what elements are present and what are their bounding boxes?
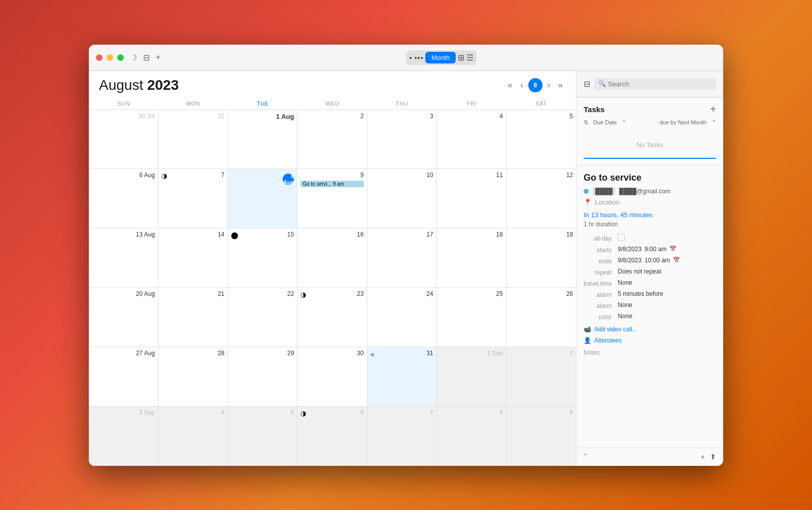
last-nav-button[interactable]: » bbox=[555, 80, 566, 91]
day-number: 25 bbox=[440, 290, 503, 298]
first-nav-button[interactable]: « bbox=[505, 80, 516, 91]
grid-view-icon[interactable]: ⊞ bbox=[458, 53, 464, 62]
day-cell-aug13[interactable]: 13 Aug bbox=[89, 228, 158, 287]
add-to-calendar-button[interactable]: + bbox=[701, 453, 705, 461]
week-row-1: 30 Jul 31 1 Aug 2 3 4 bbox=[89, 110, 576, 169]
day-number: 14 bbox=[161, 230, 224, 239]
day-cell-sep5[interactable]: 5 bbox=[228, 406, 297, 466]
day-cell-sep7[interactable]: 7 bbox=[367, 406, 437, 466]
day-cell-aug19[interactable]: 19 bbox=[506, 228, 576, 287]
day-cell-aug11[interactable]: 11 bbox=[437, 169, 506, 228]
day-number: 22 bbox=[231, 290, 294, 298]
month-view-button[interactable]: Month bbox=[425, 52, 456, 63]
day-cell-aug14[interactable]: 14 bbox=[158, 228, 228, 287]
attendees-icon: 👤 bbox=[584, 337, 591, 344]
day-number: 27 Aug bbox=[92, 349, 155, 358]
add-video-call-button[interactable]: 📹 Add video call... bbox=[584, 326, 716, 333]
day-cell-aug4[interactable]: 4 bbox=[437, 110, 506, 169]
day-cell-aug20[interactable]: 20 Aug bbox=[89, 288, 158, 347]
calendar-title: August 2023 bbox=[99, 77, 179, 93]
moon-icon[interactable]: ☽ bbox=[130, 53, 137, 62]
travel-label: travel time bbox=[584, 279, 612, 287]
sidebar-toggle-button[interactable]: ⊟ bbox=[584, 79, 590, 89]
day-number: 17 bbox=[370, 230, 433, 239]
day-cell-sep6[interactable]: ◑ 6 bbox=[297, 406, 367, 466]
attendees-button[interactable]: 👤 Attendees bbox=[584, 337, 716, 344]
sidebar-search-box[interactable]: 🔍 bbox=[594, 78, 716, 90]
day-cell-aug7[interactable]: ◑ 7 bbox=[158, 169, 228, 228]
day-cell-aug23[interactable]: ◑ 23 bbox=[297, 288, 367, 347]
collapse-chevron-icon[interactable]: ˅ bbox=[584, 453, 587, 461]
day-cell-aug21[interactable]: 21 bbox=[158, 288, 228, 347]
day-cell-aug3[interactable]: 3 bbox=[367, 110, 437, 169]
day-cell-aug2[interactable]: 2 bbox=[297, 110, 367, 169]
sidebar: ⊟ 🔍 Tasks + ⇅ Due Date ⌃ due by Next Mon bbox=[576, 71, 723, 466]
day-cell-jul31[interactable]: 31 bbox=[158, 110, 228, 169]
sort-icon: ⇅ bbox=[584, 119, 588, 126]
day-cell-sep8[interactable]: 8 bbox=[437, 406, 506, 466]
day-cell-aug24[interactable]: 24 bbox=[367, 288, 437, 347]
day-cell-aug22[interactable]: 22 bbox=[228, 288, 297, 347]
day-header-wed: WED bbox=[297, 97, 367, 110]
day-cell-aug26[interactable]: 26 bbox=[506, 288, 576, 347]
day-cell-aug16[interactable]: 16 bbox=[297, 228, 367, 287]
location-label: Location bbox=[595, 198, 620, 206]
day-cell-sep4[interactable]: 4 bbox=[158, 406, 228, 466]
minimize-button[interactable] bbox=[107, 54, 113, 61]
video-icon: 📹 bbox=[584, 326, 591, 333]
titlebar: ☽ ⊟ + ● ●●● Month ⊞ ☰ bbox=[89, 45, 723, 71]
alarm1-value: 5 minutes before bbox=[618, 290, 716, 298]
day-cell-aug31[interactable]: ● 31 bbox=[367, 347, 437, 406]
day-number: 30 Jul bbox=[92, 112, 155, 121]
close-button[interactable] bbox=[96, 54, 103, 61]
day-cell-aug25[interactable]: 25 bbox=[437, 288, 506, 347]
day-cell-sep3[interactable]: 3 Sep bbox=[89, 406, 158, 466]
day-cell-aug18[interactable]: 18 bbox=[437, 228, 506, 287]
day-cell-aug27[interactable]: 27 Aug bbox=[89, 347, 158, 406]
tasks-title: Tasks bbox=[584, 105, 604, 114]
calendar-window: ☽ ⊟ + ● ●●● Month ⊞ ☰ August 2023 « ‹ 8 bbox=[89, 45, 723, 466]
day-cell-aug9[interactable]: 9 Go to servi... 9 am bbox=[297, 169, 367, 228]
notes-label: Notes bbox=[584, 349, 716, 356]
day-cell-aug29[interactable]: 29 bbox=[228, 347, 297, 406]
event-chip[interactable]: Go to servi... 9 am bbox=[300, 181, 363, 187]
fullscreen-button[interactable] bbox=[117, 54, 124, 61]
day-cell-aug6[interactable]: 6 Aug bbox=[89, 169, 158, 228]
alarm2-label: alarm bbox=[584, 301, 612, 310]
day-cell-aug15[interactable]: ⬤ 15 bbox=[228, 228, 297, 287]
day-cell-aug28[interactable]: 28 bbox=[158, 347, 228, 406]
menu-icon[interactable]: ☰ bbox=[466, 53, 473, 62]
day-number: 1 Sep bbox=[440, 349, 503, 358]
day-cell-sep9[interactable]: 9 bbox=[506, 406, 576, 466]
day-cell-jul30[interactable]: 30 Jul bbox=[89, 110, 158, 169]
add-event-icon[interactable]: + bbox=[156, 53, 160, 62]
day-cell-aug10[interactable]: 10 bbox=[367, 169, 437, 228]
day-cell-sep1[interactable]: 1 Sep bbox=[437, 347, 506, 406]
day-header-sun: SUN bbox=[89, 97, 158, 110]
quarter-moon-icon: ◑ bbox=[300, 291, 306, 298]
day-cell-aug12[interactable]: 12 bbox=[506, 169, 576, 228]
sidebar-toggle-icon[interactable]: ⊟ bbox=[143, 53, 150, 62]
ends-picker-icon[interactable]: 📅 bbox=[673, 257, 680, 263]
add-task-button[interactable]: + bbox=[710, 104, 716, 115]
day-cell-aug30[interactable]: 30 bbox=[297, 347, 367, 406]
day-cell-aug17[interactable]: 17 bbox=[367, 228, 437, 287]
day-number: 3 Sep bbox=[92, 409, 155, 417]
day-cell-aug8[interactable]: 8 Aug bbox=[228, 169, 297, 228]
today-button[interactable]: 8 bbox=[528, 78, 543, 92]
prev-nav-button[interactable]: ‹ bbox=[517, 80, 526, 91]
all-day-checkbox[interactable] bbox=[618, 234, 625, 241]
day-cell-aug1[interactable]: 1 Aug bbox=[228, 110, 297, 169]
search-input[interactable] bbox=[608, 80, 712, 88]
day-number: 16 bbox=[300, 230, 363, 239]
due-by-label[interactable]: due by Next Month bbox=[660, 119, 706, 125]
dots-view-icon[interactable]: ●●● bbox=[414, 55, 423, 60]
sort-by-label[interactable]: Due Date bbox=[593, 119, 617, 125]
dot-view-icon[interactable]: ● bbox=[409, 55, 412, 60]
day-number: 9 bbox=[510, 409, 573, 417]
next-nav-button[interactable]: › bbox=[545, 80, 553, 91]
share-button[interactable]: ⬆ bbox=[710, 453, 716, 461]
day-cell-sep2[interactable]: 2 bbox=[506, 347, 576, 406]
starts-picker-icon[interactable]: 📅 bbox=[669, 246, 676, 252]
day-cell-aug5[interactable]: 5 bbox=[506, 110, 576, 169]
